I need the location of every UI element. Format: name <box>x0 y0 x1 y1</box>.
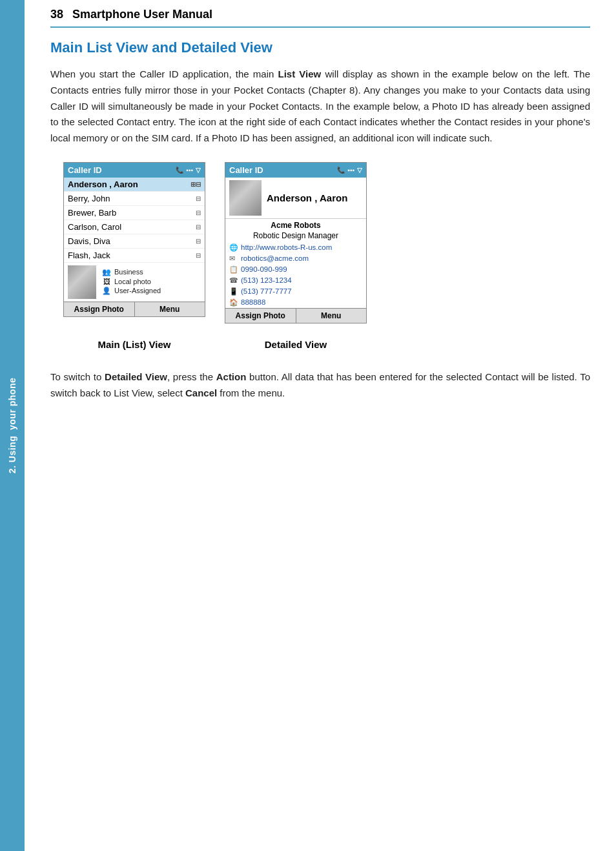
list-titlebar: Caller ID 📞 ▪▪▪ ▽ <box>64 163 205 178</box>
detail-menu-button[interactable]: Menu <box>296 309 367 323</box>
detail-company: Acme Robots <box>225 219 366 231</box>
detail-phone1: 0990-090-999 <box>241 265 287 273</box>
contact-row[interactable]: Flash, Jack ⊟ <box>64 249 205 263</box>
contact-name: Berry, John <box>68 194 110 203</box>
business-icon: 👥 <box>101 268 112 276</box>
contact-storage-icon: ⊟ <box>196 195 201 202</box>
list-titlebar-icons: 📞 ▪▪▪ ▽ <box>176 167 201 174</box>
detail-contact-name: Anderson , Aaron <box>267 192 347 203</box>
detail-phone3-row[interactable]: 📱 (513) 777-7777 <box>225 286 366 297</box>
battery-icon: ▪▪▪ <box>186 167 193 174</box>
contact-name: Brewer, Barb <box>68 208 116 218</box>
photo-options-list: 👥 Business 🖼 Local photo 👤 User-Assigned <box>101 265 161 295</box>
phone-icon: 📞 <box>176 167 183 174</box>
contact-row[interactable]: Brewer, Barb ⊟ <box>64 206 205 220</box>
detail-website: http://www.robots-R-us.com <box>241 243 332 251</box>
detail-contact-header: Anderson , Aaron <box>225 178 366 219</box>
option-label: User-Assigned <box>114 287 161 294</box>
contact-row[interactable]: Davis, Diva ⊟ <box>64 234 205 249</box>
signal-icon: ▽ <box>196 167 201 174</box>
main-content: 38 Smartphone User Manual Main List View… <box>25 0 616 427</box>
detail-assign-photo-button[interactable]: Assign Photo <box>225 309 296 323</box>
detail-titlebar: Caller ID 📞 ▪▪▪ ▽ <box>225 163 366 178</box>
detail-photo <box>229 180 262 216</box>
detail-phone4-row[interactable]: 🏠 888888 <box>225 297 366 308</box>
contact-photo-thumbnail <box>68 265 96 299</box>
detail-titlebar-icons: 📞 ▪▪▪ ▽ <box>337 167 362 174</box>
phone-icon: 📞 <box>337 167 345 174</box>
email-icon: ✉ <box>229 254 238 263</box>
option-label: Business <box>114 268 143 276</box>
selected-contact-row[interactable]: Anderson , Aaron ⊞⊟ <box>64 178 205 192</box>
sidebar: 2. Using your phone <box>0 0 25 851</box>
section-title: Main List View and Detailed View <box>50 39 590 56</box>
list-view-caption: Main (List) View <box>63 335 205 350</box>
screenshots-area: Caller ID 📞 ▪▪▪ ▽ Anderson , Aaron ⊞⊟ Be… <box>63 162 590 323</box>
contact-storage-icon: ⊟ <box>196 238 201 245</box>
photo-option-business[interactable]: 👥 Business <box>101 268 161 276</box>
contact-storage-icon: ⊟ <box>196 252 201 259</box>
page-header: 38 Smartphone User Manual <box>50 0 590 28</box>
detail-phone4: 888888 <box>241 298 265 306</box>
page-number: 38 <box>50 8 63 21</box>
contact-row[interactable]: Berry, John ⊟ <box>64 192 205 206</box>
contact-name: Flash, Jack <box>68 251 110 260</box>
detail-phone2: (513) 123-1234 <box>241 276 292 284</box>
detail-view-caption: Detailed View <box>225 335 367 350</box>
photo-image <box>68 265 96 299</box>
bottom-text: To switch to Detailed View, press the Ac… <box>50 369 590 402</box>
intro-text: When you start the Caller ID application… <box>50 67 590 147</box>
phone-mobile-icon: 📱 <box>229 287 238 296</box>
list-bottombar: Assign Photo Menu <box>64 302 205 316</box>
contact-storage-icon: ⊟ <box>196 209 201 216</box>
detail-email-row[interactable]: ✉ robotics@acme.com <box>225 253 366 264</box>
phone-home-icon: 🏠 <box>229 298 238 307</box>
assign-photo-button[interactable]: Assign Photo <box>64 302 135 316</box>
sidebar-label: 2. Using your phone <box>7 378 17 473</box>
detail-email: robotics@acme.com <box>241 254 309 262</box>
selected-contact-name: Anderson , Aaron <box>68 179 138 189</box>
web-icon: 🌐 <box>229 243 238 252</box>
detail-bottombar: Assign Photo Menu <box>225 308 366 323</box>
option-label: Local photo <box>114 278 151 285</box>
contact-storage-icon: ⊟ <box>196 223 201 231</box>
contact-row[interactable]: Carlson, Carol ⊟ <box>64 220 205 234</box>
list-view-screen: Caller ID 📞 ▪▪▪ ▽ Anderson , Aaron ⊞⊟ Be… <box>63 162 205 317</box>
phone-office-icon: ☎ <box>229 276 238 285</box>
detail-phone2-row[interactable]: ☎ (513) 123-1234 <box>225 275 366 286</box>
battery-icon: ▪▪▪ <box>347 167 354 174</box>
detail-phone3: (513) 777-7777 <box>241 287 292 295</box>
signal-icon: ▽ <box>357 167 362 174</box>
local-photo-icon: 🖼 <box>101 278 112 285</box>
photo-option-local[interactable]: 🖼 Local photo <box>101 278 161 285</box>
list-app-name: Caller ID <box>68 165 102 175</box>
user-assigned-icon: 👤 <box>101 287 112 295</box>
selected-contact-icon: ⊞⊟ <box>190 181 201 188</box>
detail-view-screen: Caller ID 📞 ▪▪▪ ▽ Anderson , Aaron Acme … <box>225 162 367 323</box>
menu-button[interactable]: Menu <box>135 302 205 316</box>
contact-name: Carlson, Carol <box>68 222 121 232</box>
detail-phone1-row[interactable]: 📋 0990-090-999 <box>225 264 366 275</box>
photo-options-area: 👥 Business 🖼 Local photo 👤 User-Assigned <box>64 264 205 300</box>
captions-area: Main (List) View Detailed View <box>63 335 590 350</box>
manual-title: Smartphone User Manual <box>72 8 212 21</box>
contact-name: Davis, Diva <box>68 236 110 246</box>
phone-num-icon: 📋 <box>229 265 238 274</box>
detail-website-row[interactable]: 🌐 http://www.robots-R-us.com <box>225 242 366 253</box>
detail-app-name: Caller ID <box>229 165 263 175</box>
detail-job-title: Robotic Design Manager <box>225 231 366 242</box>
list-photo-section: 👥 Business 🖼 Local photo 👤 User-Assigned <box>64 263 205 302</box>
photo-option-user[interactable]: 👤 User-Assigned <box>101 287 161 295</box>
